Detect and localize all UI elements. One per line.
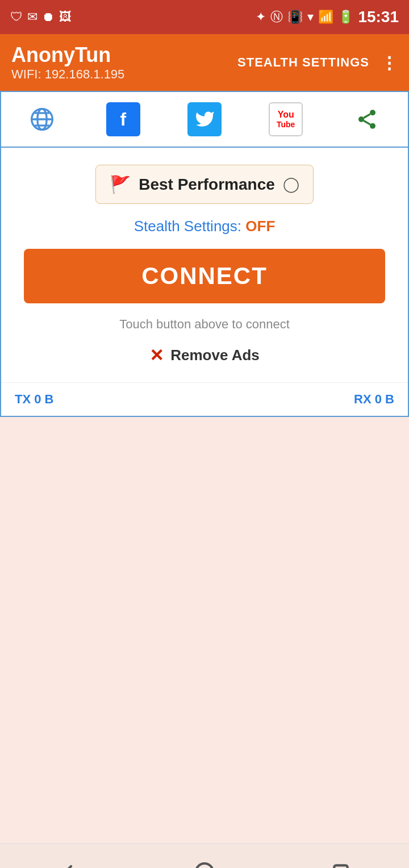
app-title-block: AnonyTun WIFI: 192.168.1.195 — [11, 43, 124, 82]
svg-rect-11 — [334, 865, 347, 868]
connect-button[interactable]: CONNECT — [24, 249, 385, 303]
status-bar-left-icons: 🛡 ✉ ⏺ 🖼 — [10, 10, 72, 24]
signal-icon: 📶 — [318, 10, 333, 24]
app-title: AnonyTun — [11, 43, 124, 67]
stealth-label: Stealth Settings: — [134, 218, 241, 235]
flag-icon: 🚩 — [110, 174, 131, 194]
profile-selector-inner: 🚩 Best Performance — [110, 174, 275, 194]
svg-point-5 — [370, 110, 375, 115]
wifi-info: WIFI: 192.168.1.195 — [11, 67, 124, 82]
profile-name: Best Performance — [139, 176, 275, 194]
content-area: 🚩 Best Performance ◯ Stealth Settings: O… — [1, 148, 408, 382]
bottom-nav — [0, 843, 409, 868]
svg-line-9 — [364, 114, 370, 118]
svg-point-7 — [370, 123, 375, 129]
remove-ads-row[interactable]: ✕ Remove Ads — [149, 345, 260, 365]
x-icon: ✕ — [149, 345, 164, 365]
globe-icon[interactable] — [25, 102, 59, 136]
wifi-icon: ▾ — [307, 10, 314, 24]
social-bar: f You Tube — [1, 92, 408, 148]
ad-area — [0, 417, 409, 843]
share-icon[interactable] — [350, 102, 384, 136]
bluetooth-icon: ✦ — [256, 10, 266, 24]
txrx-row: TX 0 B RX 0 B — [1, 382, 408, 416]
vibrate-icon: 📳 — [287, 10, 303, 24]
stealth-settings-button[interactable]: STEALTH SETTINGS — [237, 55, 369, 70]
more-options-button[interactable]: ⋮ — [381, 53, 398, 73]
nfc-icon: Ⓝ — [270, 9, 283, 26]
recents-button[interactable] — [318, 849, 364, 869]
tx-label: TX 0 B — [15, 392, 53, 407]
image-icon: 🖼 — [59, 10, 72, 24]
svg-point-10 — [196, 863, 213, 869]
rx-label: RX 0 B — [354, 392, 394, 407]
status-bar-right-icons: ✦ Ⓝ 📳 ▾ 📶 🔋 15:31 — [256, 8, 399, 26]
profile-selector[interactable]: 🚩 Best Performance ◯ — [95, 165, 314, 204]
svg-point-6 — [358, 116, 364, 122]
status-bar: 🛡 ✉ ⏺ 🖼 ✦ Ⓝ 📳 ▾ 📶 🔋 15:31 — [0, 0, 409, 34]
main-card: f You Tube 🚩 Best Performa — [0, 91, 409, 417]
youtube-icon[interactable]: You Tube — [269, 102, 303, 136]
shield-icon: 🛡 — [10, 10, 23, 24]
header-right: STEALTH SETTINGS ⋮ — [237, 53, 398, 73]
twitter-icon[interactable] — [187, 102, 222, 136]
battery-icon: 🔋 — [338, 10, 353, 24]
touch-hint: Touch button above to connect — [119, 317, 290, 332]
record-icon: ⏺ — [42, 10, 55, 24]
app-header: AnonyTun WIFI: 192.168.1.195 STEALTH SET… — [0, 34, 409, 91]
home-button[interactable] — [182, 849, 227, 869]
mail-icon: ✉ — [27, 10, 37, 24]
back-button[interactable] — [45, 849, 91, 869]
svg-line-8 — [364, 121, 370, 125]
chevron-down-icon: ◯ — [283, 176, 299, 193]
stealth-value: OFF — [245, 218, 275, 235]
stealth-settings-status: Stealth Settings: OFF — [134, 218, 276, 235]
facebook-icon[interactable]: f — [106, 102, 140, 136]
status-time: 15:31 — [358, 8, 399, 26]
remove-ads-label: Remove Ads — [170, 347, 260, 364]
